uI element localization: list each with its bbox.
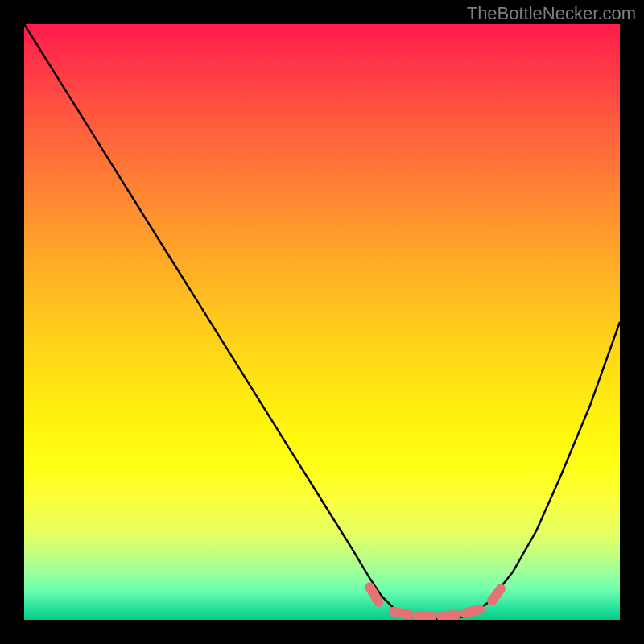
highlight-dash [492, 589, 501, 601]
highlight-dash [465, 609, 481, 613]
chart-svg [24, 24, 620, 620]
curve-line [24, 24, 620, 619]
highlight-dash [394, 612, 409, 615]
highlight-dash [417, 616, 432, 617]
watermark-text: TheBottleNecker.com [467, 3, 636, 24]
highlight-dash [441, 615, 456, 616]
chart-container: TheBottleNecker.com [0, 0, 644, 644]
highlight-dashes [369, 587, 501, 616]
